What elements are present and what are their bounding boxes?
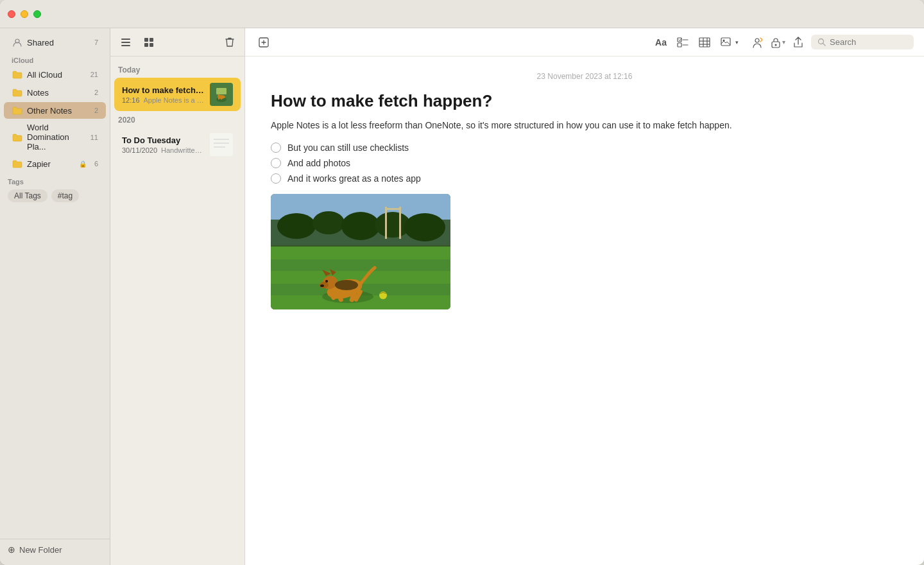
sidebar-item-all-icloud[interactable]: All iCloud 21 bbox=[4, 66, 106, 83]
sidebar-item-shared[interactable]: Shared 7 bbox=[4, 34, 106, 51]
note-timestamp: 23 November 2023 at 12:16 bbox=[271, 72, 898, 81]
trash-button[interactable] bbox=[223, 36, 237, 49]
sidebar-item-world-label: World Domination Pla... bbox=[27, 123, 88, 152]
sidebar-item-notes[interactable]: Notes 2 bbox=[4, 84, 106, 101]
note-item-2-meta: 30/11/2020 Handwritten no... bbox=[122, 146, 205, 154]
new-note-button[interactable] bbox=[255, 35, 272, 49]
svg-point-41 bbox=[341, 212, 380, 240]
plus-icon: ⊕ bbox=[8, 544, 15, 555]
note-body-text: Apple Notes is a lot less freeform than … bbox=[271, 119, 898, 132]
tags-section: Tags All Tags #tag bbox=[0, 173, 110, 207]
sidebar-item-other-notes-label: Other Notes bbox=[27, 106, 88, 116]
svg-rect-48 bbox=[271, 247, 450, 259]
note-item-2-thumbnail bbox=[210, 133, 233, 156]
sidebar-item-other-notes-count: 2 bbox=[88, 107, 98, 114]
note-image bbox=[271, 194, 450, 309]
minimize-button[interactable] bbox=[21, 10, 28, 18]
svg-point-33 bbox=[775, 44, 777, 46]
table-icon bbox=[699, 37, 710, 48]
checklist-button[interactable] bbox=[674, 36, 691, 49]
svg-rect-24 bbox=[699, 38, 710, 47]
sidebar-item-notes-count: 2 bbox=[88, 89, 98, 96]
lock-icon bbox=[771, 37, 781, 48]
format-text-label: Aa bbox=[655, 37, 667, 48]
notes-list-content: Today How to make fetch hap... 12:16 App… bbox=[110, 56, 244, 565]
note-item-1[interactable]: How to make fetch hap... 12:16 Apple Not… bbox=[114, 78, 241, 111]
svg-rect-5 bbox=[150, 38, 153, 42]
note-item-1-title: How to make fetch hap... bbox=[122, 85, 205, 95]
note-item-2[interactable]: To Do Tuesday 30/11/2020 Handwritten no.… bbox=[114, 128, 241, 161]
checklist-circle-2[interactable] bbox=[271, 158, 281, 168]
media-chevron: ▾ bbox=[735, 39, 739, 46]
new-folder-label: New Folder bbox=[19, 545, 62, 555]
folder-icon-world bbox=[12, 132, 23, 143]
close-button[interactable] bbox=[8, 10, 15, 18]
tags-header: Tags bbox=[8, 178, 102, 186]
collaborate-icon bbox=[751, 37, 763, 48]
table-button[interactable] bbox=[696, 36, 713, 49]
svg-rect-15 bbox=[210, 133, 233, 156]
svg-rect-14 bbox=[221, 97, 222, 100]
note-item-1-text: How to make fetch hap... 12:16 Apple Not… bbox=[122, 85, 205, 104]
share-button[interactable] bbox=[791, 35, 806, 49]
lock-button[interactable]: ▾ bbox=[771, 37, 785, 48]
lock-chevron: ▾ bbox=[782, 39, 785, 46]
new-folder-button[interactable]: ⊕ New Folder bbox=[8, 544, 102, 555]
sidebar-item-all-icloud-label: All iCloud bbox=[27, 70, 88, 80]
svg-rect-2 bbox=[121, 42, 130, 43]
checklist-icon bbox=[677, 37, 689, 48]
sidebar-item-notes-label: Notes bbox=[27, 88, 88, 98]
svg-point-57 bbox=[320, 284, 324, 287]
note-item-2-title: To Do Tuesday bbox=[122, 135, 205, 145]
note-title[interactable]: How to make fetch happen? bbox=[271, 91, 898, 111]
date-section-today: Today bbox=[110, 62, 244, 77]
grid-view-button[interactable] bbox=[141, 36, 157, 49]
list-view-icon bbox=[121, 38, 131, 47]
svg-point-31 bbox=[755, 39, 759, 42]
svg-point-12 bbox=[218, 94, 220, 97]
folder-icon-zapier bbox=[12, 158, 23, 170]
sidebar-item-zapier[interactable]: Zapier 🔒 6 bbox=[4, 155, 106, 172]
media-icon bbox=[721, 37, 733, 48]
collaborate-button[interactable] bbox=[749, 35, 766, 49]
note-item-1-preview: Apple Notes is a lot l... bbox=[144, 96, 205, 104]
media-button[interactable]: ▾ bbox=[718, 36, 741, 49]
note-detail-content: 23 November 2023 at 12:16 How to make fe… bbox=[245, 56, 924, 565]
checklist-circle-1[interactable] bbox=[271, 143, 281, 153]
thumbnail-1-image bbox=[210, 83, 233, 106]
svg-point-59 bbox=[326, 281, 327, 282]
notes-list-panel: Today How to make fetch hap... 12:16 App… bbox=[110, 28, 245, 565]
note-item-2-inner: To Do Tuesday 30/11/2020 Handwritten no.… bbox=[122, 133, 233, 156]
notes-list-toolbar bbox=[110, 28, 244, 56]
note-item-1-time: 12:16 bbox=[122, 96, 140, 104]
list-view-button[interactable] bbox=[118, 36, 133, 49]
tags-row: All Tags #tag bbox=[8, 189, 102, 202]
checklist-label-2: And add photos bbox=[287, 158, 350, 168]
tag-all-tags[interactable]: All Tags bbox=[8, 189, 47, 202]
svg-rect-1 bbox=[121, 39, 130, 40]
maximize-button[interactable] bbox=[33, 10, 41, 18]
checklist-circle-3[interactable] bbox=[271, 173, 281, 184]
folder-icon-notes bbox=[12, 87, 23, 98]
svg-point-39 bbox=[277, 213, 316, 239]
svg-point-60 bbox=[335, 280, 358, 290]
search-bar bbox=[811, 35, 914, 49]
tag-hashtag[interactable]: #tag bbox=[51, 189, 79, 202]
trash-icon bbox=[225, 37, 234, 48]
dog-photo bbox=[271, 194, 450, 309]
search-icon bbox=[817, 38, 826, 46]
sidebar-footer: ⊕ New Folder bbox=[0, 539, 110, 560]
search-input[interactable] bbox=[830, 37, 907, 47]
shared-icon bbox=[12, 37, 23, 48]
sidebar-item-world-domination[interactable]: World Domination Pla... 11 bbox=[4, 120, 106, 154]
svg-rect-45 bbox=[385, 208, 400, 210]
sidebar-item-shared-count: 7 bbox=[88, 39, 98, 46]
notes-list-toolbar-left bbox=[118, 36, 157, 49]
lock-icon-small: 🔒 bbox=[79, 161, 87, 168]
sidebar-item-other-notes[interactable]: Other Notes 2 bbox=[4, 102, 106, 119]
sidebar-item-zapier-label: Zapier bbox=[27, 159, 79, 169]
checklist-item-3: And it works great as a notes app bbox=[271, 173, 898, 184]
checklist-label-1: But you can still use checklists bbox=[287, 143, 409, 153]
note-item-2-date: 30/11/2020 bbox=[122, 146, 157, 154]
format-text-button[interactable]: Aa bbox=[653, 36, 669, 49]
